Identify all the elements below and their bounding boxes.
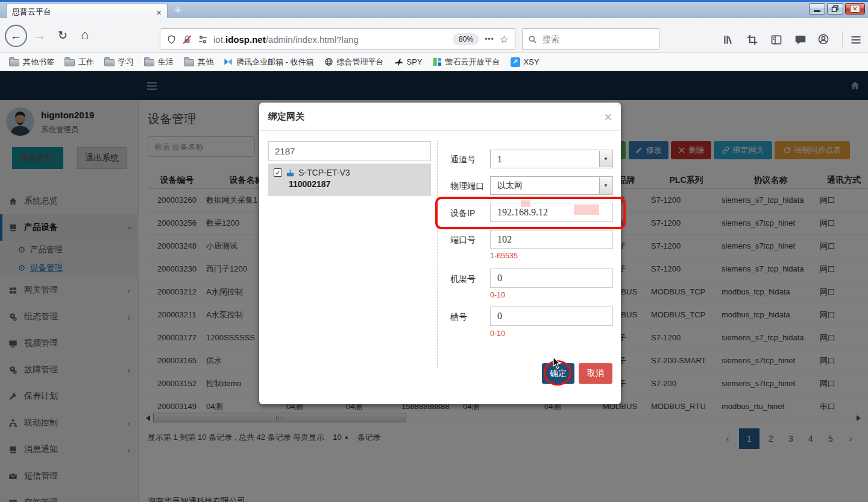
bookmark-label: 综合管理平台 bbox=[337, 57, 384, 68]
port-type-value: 以太网 bbox=[497, 180, 523, 191]
bookmark-star-icon[interactable]: ☆ bbox=[500, 33, 509, 46]
window-close-button[interactable]: ✕ bbox=[845, 3, 865, 14]
bookmark-site-admin[interactable]: 综合管理平台 bbox=[320, 56, 388, 69]
gateway-filter-input[interactable] bbox=[268, 141, 431, 161]
port-number-input[interactable] bbox=[490, 230, 613, 249]
tencent-mail-icon bbox=[224, 57, 233, 66]
url-fade bbox=[427, 34, 447, 45]
bookmark-site-ys7[interactable]: 萤石云开放平台 bbox=[429, 56, 505, 69]
browser-home-button[interactable]: ⌂ bbox=[81, 27, 89, 43]
browser-search-input[interactable] bbox=[541, 34, 653, 45]
globe-icon bbox=[324, 57, 333, 66]
url-bar[interactable]: iot.idosp.net/admin/index.html?lang 80% … bbox=[160, 28, 515, 50]
gateway-list-item[interactable]: ✓ S-TCP-ET-V3 110002187 bbox=[268, 164, 431, 196]
bookmark-label: 腾讯企业邮箱 - 收件箱 bbox=[236, 57, 314, 68]
modal-divider bbox=[437, 140, 438, 368]
gateway-code: 110002187 bbox=[289, 179, 426, 189]
url-text[interactable]: iot.idosp.net/admin/index.html?lang bbox=[213, 34, 447, 45]
page-actions-icon[interactable]: ••• bbox=[485, 35, 494, 43]
checkbox-checked-icon[interactable]: ✓ bbox=[274, 168, 282, 177]
slot-label: 槽号 bbox=[450, 312, 467, 323]
slot-input[interactable] bbox=[490, 307, 613, 326]
browser-search-box[interactable] bbox=[522, 28, 659, 50]
bookmark-label: 工作 bbox=[78, 57, 94, 68]
modal-close-icon[interactable]: × bbox=[605, 110, 612, 123]
tab-title: 思普云平台 bbox=[12, 7, 51, 17]
channel-select[interactable]: 1 ▼ bbox=[490, 150, 613, 168]
port-type-select[interactable]: 以太网 ▼ bbox=[490, 176, 613, 195]
port-hint: 1-65535 bbox=[490, 252, 518, 260]
plane-icon bbox=[394, 57, 403, 66]
insecure-lock-icon[interactable] bbox=[182, 34, 192, 45]
cancel-button[interactable]: 取消 bbox=[579, 363, 612, 384]
ys7-icon bbox=[433, 57, 442, 66]
browser-tab[interactable]: 思普云平台 × bbox=[6, 4, 168, 20]
rack-label: 机架号 bbox=[450, 274, 476, 285]
url-path: /admin/index.html?lang bbox=[266, 34, 359, 45]
mouse-cursor-icon bbox=[553, 357, 561, 369]
xsy-icon: ↗ bbox=[511, 57, 520, 67]
port-number-label: 端口号 bbox=[450, 235, 476, 246]
search-icon bbox=[528, 35, 537, 44]
url-host: idosp.net bbox=[225, 34, 266, 45]
reload-button[interactable]: ↻ bbox=[58, 28, 68, 42]
bind-gateway-modal: 绑定网关 × ✓ S-TCP-ET-V3 110002187 通道号 1 ▼ 物… bbox=[259, 103, 621, 404]
rack-input[interactable] bbox=[490, 268, 613, 288]
restore-icon bbox=[831, 5, 839, 13]
bookmark-label: SPY bbox=[407, 57, 423, 66]
toolbar-divider bbox=[842, 31, 843, 48]
bookmark-label: 学习 bbox=[118, 57, 134, 68]
bookmark-label: 萤石云开放平台 bbox=[445, 57, 500, 68]
folder-icon bbox=[64, 59, 75, 66]
bookmark-folder[interactable]: 学习 bbox=[100, 56, 138, 69]
rack-hint: 0-10 bbox=[490, 291, 505, 299]
window-titlebar: 思普云平台 × + ✕ bbox=[0, 0, 868, 18]
chat-bubble-icon[interactable] bbox=[794, 34, 807, 46]
bookmark-label: XSY bbox=[524, 57, 539, 66]
account-icon[interactable] bbox=[817, 33, 829, 45]
bookmark-site-spy[interactable]: SPY bbox=[390, 56, 427, 68]
url-host-prefix: iot. bbox=[213, 34, 225, 45]
zoom-level-badge[interactable]: 80% bbox=[453, 33, 479, 45]
dropdown-caret-icon[interactable]: ▼ bbox=[599, 151, 612, 167]
window-restore-button[interactable] bbox=[827, 3, 843, 14]
bookmark-folder[interactable]: 其他 bbox=[180, 56, 218, 69]
slot-hint: 0-10 bbox=[490, 329, 505, 338]
back-button[interactable]: ← bbox=[5, 25, 27, 47]
tab-close-icon[interactable]: × bbox=[156, 8, 162, 17]
screenshot-root: 思普云平台 × + ✕ ← → ↻ ⌂ iot.idosp.net/admin/… bbox=[0, 0, 868, 502]
new-tab-button[interactable]: + bbox=[174, 3, 181, 17]
library-icon[interactable] bbox=[722, 34, 734, 46]
folder-icon bbox=[9, 59, 19, 66]
bookmark-folder[interactable]: 生活 bbox=[140, 56, 178, 69]
bookmark-label: 其他 bbox=[198, 57, 213, 68]
forward-button[interactable]: → bbox=[34, 29, 46, 43]
gateway-device-icon bbox=[286, 168, 295, 177]
folder-icon bbox=[144, 59, 154, 66]
port-type-label: 物理端口 bbox=[450, 181, 484, 192]
window-minimize-button[interactable] bbox=[809, 3, 825, 14]
bookmark-label: 生活 bbox=[158, 57, 174, 68]
permissions-icon[interactable] bbox=[198, 34, 208, 45]
bookmark-folder[interactable]: 其他书签 bbox=[5, 56, 58, 69]
bookmarks-bar: 其他书签 工作 学习 生活 其他 腾讯企业邮箱 - 收件箱 综合管理平台 SPY… bbox=[0, 53, 868, 71]
minimize-icon bbox=[814, 10, 820, 12]
channel-value: 1 bbox=[497, 154, 502, 164]
close-icon: ✕ bbox=[850, 5, 860, 13]
channel-label: 通道号 bbox=[450, 154, 476, 165]
bookmark-site-mail[interactable]: 腾讯企业邮箱 - 收件箱 bbox=[219, 56, 318, 69]
modal-title: 绑定网关 bbox=[268, 111, 304, 122]
modal-header: 绑定网关 × bbox=[259, 103, 621, 131]
menu-hamburger-icon[interactable] bbox=[850, 34, 862, 46]
dropdown-caret-icon[interactable]: ▼ bbox=[599, 177, 612, 194]
folder-icon bbox=[104, 59, 115, 66]
annotation-ip-highlight-box bbox=[435, 197, 626, 229]
screenshot-crop-icon[interactable] bbox=[746, 34, 758, 46]
bookmark-folder[interactable]: 工作 bbox=[60, 56, 98, 69]
gateway-name: S-TCP-ET-V3 bbox=[298, 168, 350, 177]
sidebars-icon[interactable] bbox=[770, 34, 782, 46]
bookmark-label: 其他书签 bbox=[23, 57, 54, 68]
folder-icon bbox=[184, 59, 194, 66]
shield-icon[interactable] bbox=[166, 34, 177, 45]
bookmark-site-xsy[interactable]: ↗ XSY bbox=[506, 56, 544, 68]
